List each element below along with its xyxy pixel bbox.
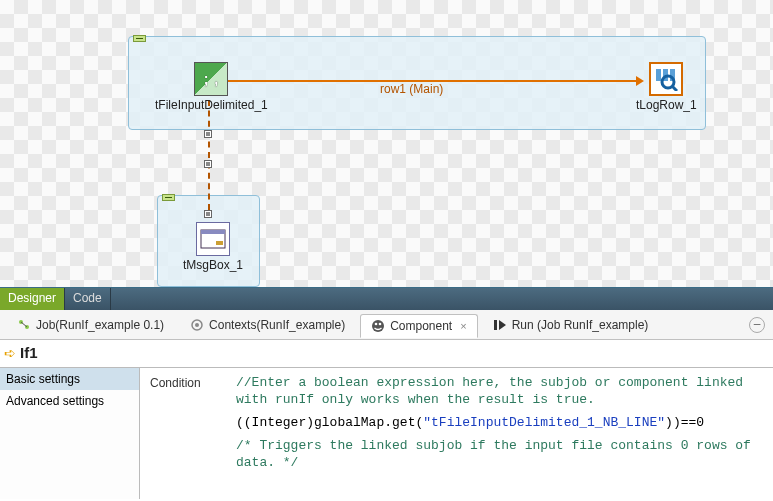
component-label: tMsgBox_1 [183,258,243,272]
design-canvas[interactable]: row1 (Main) ; , tFileInputDelimited_1 tL… [0,0,773,288]
delimited-file-icon: ; , [194,62,228,96]
component-tmsgbox[interactable]: tMsgBox_1 [183,222,243,272]
connector-icon [204,130,212,138]
tab-label: Component [390,319,452,333]
condition-label: Condition [150,374,220,493]
tab-designer[interactable]: Designer [0,288,65,310]
code-comment: /* Triggers the linked subjob if the inp… [236,437,763,471]
property-content: Condition //Enter a boolean expression h… [140,368,773,499]
tab-label: Contexts(RunIf_example) [209,318,345,332]
tab-label: Run (Job RunIf_example) [512,318,649,332]
svg-marker-17 [499,320,506,330]
connection-name: If1 [20,344,38,361]
svg-line-10 [21,322,27,327]
views-tabbar: Job(RunIf_example 0.1) Contexts(RunIf_ex… [0,310,773,340]
component-tfileinputdelimited[interactable]: ; , tFileInputDelimited_1 [155,62,268,112]
component-icon [371,319,385,333]
msgbox-icon [196,222,230,256]
svg-point-12 [195,323,199,327]
connection-if1[interactable] [208,100,210,210]
svg-point-13 [372,320,384,332]
tab-component[interactable]: Component × [360,314,477,338]
tab-job[interactable]: Job(RunIf_example 0.1) [6,313,175,337]
tab-basic-settings[interactable]: Basic settings [0,368,139,390]
arrow-icon: ➪ [4,345,16,361]
svg-rect-6 [201,230,225,234]
editor-mode-tabs: Designer Code [0,288,773,310]
tab-advanced-settings[interactable]: Advanced settings [0,390,139,412]
tab-code[interactable]: Code [65,288,111,310]
tab-contexts[interactable]: Contexts(RunIf_example) [179,313,356,337]
svg-line-4 [672,86,677,91]
svg-rect-7 [216,241,223,245]
connection-row1-label: row1 (Main) [380,82,443,96]
property-category-list: Basic settings Advanced settings [0,368,140,499]
tab-label: Job(RunIf_example 0.1) [36,318,164,332]
collapse-handle-icon[interactable] [162,194,175,201]
svg-rect-0 [656,69,661,81]
property-panel: Basic settings Advanced settings Conditi… [0,368,773,499]
svg-point-14 [375,322,378,325]
minimize-view-button[interactable]: – [749,317,765,333]
component-tlogrow[interactable]: tLogRow_1 [636,62,697,112]
collapse-handle-icon[interactable] [133,35,146,42]
run-icon [493,318,507,332]
tab-run[interactable]: Run (Job RunIf_example) [482,313,660,337]
logrow-icon [649,62,683,96]
contexts-icon [190,318,204,332]
component-label: tLogRow_1 [636,98,697,112]
code-expression-line: ((Integer)globalMap.get("tFileInputDelim… [236,414,763,431]
code-comment: //Enter a boolean expression here, the s… [236,374,763,408]
svg-point-15 [379,322,382,325]
property-view-title: ➪ If1 [0,340,773,368]
job-icon [17,318,31,332]
connector-icon [204,160,212,168]
connector-icon [204,210,212,218]
close-icon[interactable]: × [460,320,466,332]
component-label: tFileInputDelimited_1 [155,98,268,112]
condition-expression-input[interactable]: //Enter a boolean expression here, the s… [236,374,763,493]
svg-rect-16 [494,320,497,330]
